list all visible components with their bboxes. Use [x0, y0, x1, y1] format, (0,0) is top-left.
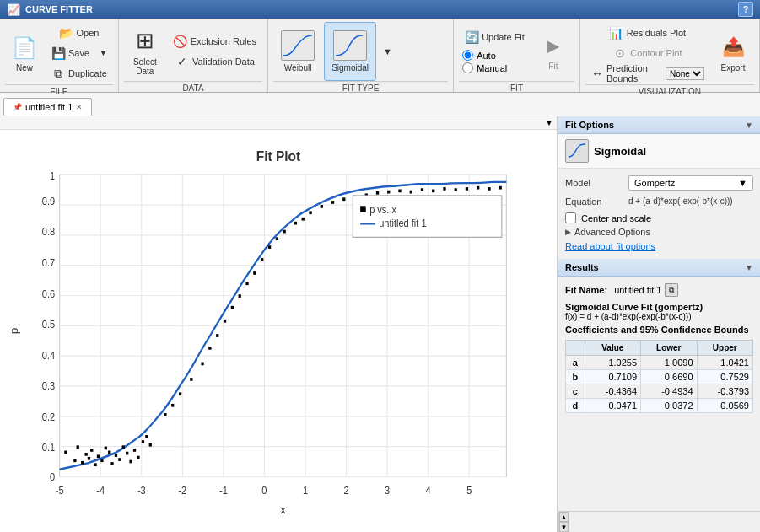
svg-rect-26: [84, 453, 87, 456]
svg-rect-22: [64, 451, 67, 454]
prediction-bounds-select[interactable]: None: [666, 67, 704, 80]
auto-radio[interactable]: Auto: [462, 50, 527, 61]
new-icon: 📄: [11, 35, 38, 62]
svg-text:0: 0: [261, 485, 267, 497]
validation-data-button[interactable]: ✓ Validation Data: [168, 52, 262, 71]
svg-rect-75: [443, 187, 445, 191]
sigmoidal-header: Sigmoidal: [558, 134, 760, 169]
plot-collapse-icon[interactable]: ▼: [545, 118, 553, 127]
manual-radio[interactable]: Manual: [462, 62, 527, 73]
svg-rect-32: [105, 447, 107, 450]
svg-text:0.6: 0.6: [42, 287, 55, 299]
fit-type-section: Weibull Sigmoidal ▼ FIT TYPE: [268, 19, 454, 92]
coeff-value: -0.4364: [585, 384, 640, 399]
save-button[interactable]: 💾 Save ▼: [46, 44, 113, 62]
svg-rect-72: [410, 191, 412, 194]
svg-rect-64: [321, 205, 323, 208]
center-scale-row: Center and scale: [565, 212, 753, 223]
read-about-link[interactable]: Read about fit options: [565, 241, 655, 251]
update-fit-button[interactable]: 🔄 Update Fit: [459, 28, 531, 46]
sigmoidal-title: Sigmoidal: [594, 145, 646, 158]
svg-text:5: 5: [466, 485, 472, 497]
coeff-lower: 0.6690: [641, 370, 697, 384]
svg-text:0.9: 0.9: [42, 195, 55, 207]
plot-container: Fit Plot: [0, 130, 557, 532]
save-icon: 💾: [51, 46, 65, 60]
scroll-down-button[interactable]: ▼: [559, 522, 569, 532]
advanced-triangle-icon: ▶: [565, 228, 571, 236]
results-header[interactable]: Results ▼: [558, 259, 760, 277]
fit-options-collapse[interactable]: ▼: [745, 121, 753, 130]
equation-value: d + (a-d)*exp(-exp(-b*(x-c))): [628, 196, 753, 207]
coeff-upper: 0.7529: [697, 370, 752, 384]
y-axis-label: p: [8, 328, 20, 335]
tab-area: 📌 untitled fit 1 ✕: [0, 93, 760, 116]
coeff-row: d 0.0471 0.0372 0.0569: [566, 399, 753, 413]
svg-text:-5: -5: [56, 485, 64, 497]
new-button[interactable]: 📄 New: [5, 24, 44, 82]
coeff-lower: 0.0372: [641, 399, 697, 413]
tab-pin-icon: 📌: [13, 103, 22, 111]
plot-title: Fit Plot: [256, 148, 301, 164]
open-button[interactable]: 📂 Open: [46, 24, 113, 42]
title-bar: 📈 CURVE FITTER ?: [0, 0, 760, 19]
sigmoidal-button[interactable]: Sigmoidal: [324, 22, 376, 81]
svg-rect-50: [208, 347, 211, 350]
svg-rect-44: [149, 443, 152, 447]
residuals-plot-button[interactable]: 📊 Residuals Plot: [585, 24, 710, 42]
svg-rect-66: [342, 197, 345, 201]
validation-data-icon: ✓: [175, 55, 189, 68]
advanced-options-toggle[interactable]: ▶ Advanced Options: [565, 227, 753, 237]
sigmoidal-small-icon: [565, 139, 589, 163]
results-collapse[interactable]: ▼: [745, 263, 753, 272]
svg-rect-48: [190, 378, 192, 381]
right-scrollbar[interactable]: ▲ ▼: [558, 512, 569, 532]
svg-rect-27: [88, 457, 90, 460]
svg-rect-28: [90, 449, 93, 452]
sigmoidal-icon: [333, 30, 367, 61]
svg-rect-29: [94, 463, 97, 466]
svg-rect-53: [231, 306, 234, 309]
svg-text:-1: -1: [219, 485, 228, 497]
coeff-upper: -0.3793: [697, 384, 752, 399]
tab-close-button[interactable]: ✕: [76, 103, 83, 111]
svg-rect-55: [245, 282, 248, 285]
svg-rect-65: [331, 201, 334, 204]
svg-text:4: 4: [426, 485, 432, 497]
fit-type-more-button[interactable]: ▼: [380, 43, 396, 60]
fit-options-header[interactable]: Fit Options ▼: [558, 116, 760, 134]
svg-rect-71: [398, 190, 401, 193]
svg-rect-37: [122, 445, 125, 449]
svg-rect-62: [302, 218, 305, 221]
prediction-bounds-button[interactable]: ↔ Prediction Bounds None: [585, 64, 710, 83]
results-section: Fit Name: untitled fit 1 ⧉ Sigmoidal Cur…: [558, 277, 760, 512]
model-label: Model: [565, 178, 628, 188]
main-content: ▼ Fit Plot: [0, 116, 760, 532]
app-icon: 📈: [7, 3, 20, 16]
center-scale-label: Center and scale: [581, 213, 651, 223]
scroll-up-button[interactable]: ▲: [559, 512, 569, 522]
copy-fit-name-button[interactable]: ⧉: [665, 283, 678, 297]
svg-rect-52: [224, 320, 226, 323]
center-scale-checkbox[interactable]: [565, 212, 576, 223]
fit-button[interactable]: ▶ Fit: [532, 22, 574, 81]
contour-plot-button[interactable]: ⊙ Contour Plot: [585, 44, 710, 62]
duplicate-button[interactable]: ⧉ Duplicate: [46, 64, 113, 83]
contour-plot-icon: ⊙: [613, 46, 627, 60]
help-button[interactable]: ?: [738, 2, 753, 17]
exclusion-rules-button[interactable]: 🚫 Exclusion Rules: [168, 32, 262, 51]
svg-text:0: 0: [50, 471, 56, 483]
svg-rect-80: [499, 186, 502, 190]
select-data-button[interactable]: ⊞ SelectData: [124, 22, 166, 81]
weibull-button[interactable]: Weibull: [273, 22, 322, 81]
svg-rect-24: [77, 445, 79, 449]
coeff-value: 0.7109: [585, 370, 640, 384]
coeff-upper: 0.0569: [697, 399, 752, 413]
model-dropdown[interactable]: Gompertz ▼: [628, 175, 753, 191]
toolbar: 📄 New 📂 Open 💾 Save ▼ ⧉ Duplicate: [0, 19, 760, 93]
export-button[interactable]: 📤 Export: [712, 24, 754, 83]
tab-untitled-fit-1[interactable]: 📌 untitled fit 1 ✕: [3, 98, 92, 116]
svg-rect-70: [387, 191, 390, 194]
svg-text:0.2: 0.2: [42, 411, 55, 422]
plot-area: ▼ Fit Plot: [0, 116, 558, 532]
